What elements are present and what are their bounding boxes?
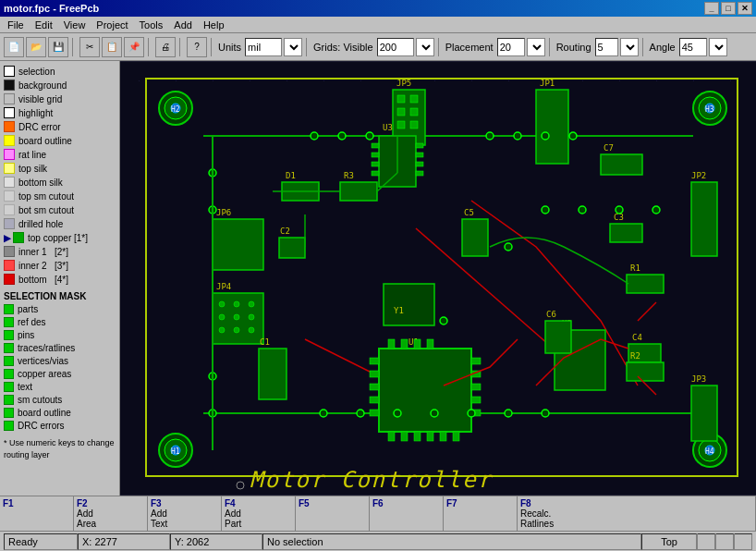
svg-rect-84 [401, 339, 408, 349]
fn-f6[interactable]: F6 [370, 496, 444, 531]
placement-select[interactable]: ▼ [527, 38, 545, 56]
sel-text[interactable]: text [4, 381, 116, 393]
layer-swatch-visible-grid [4, 93, 15, 104]
pcb-area[interactable]: H2 H3 H1 H4 JP5 [120, 61, 756, 496]
layer-visible-grid[interactable]: visible grid [4, 92, 116, 105]
svg-rect-7 [360, 80, 361, 81]
menu-file[interactable]: File [2, 18, 30, 31]
svg-rect-95 [471, 397, 481, 403]
fn-f8[interactable]: F8 Recalc.Ratlines [518, 496, 756, 531]
sel-parts[interactable]: parts [4, 303, 116, 315]
minimize-button[interactable]: _ [704, 2, 719, 15]
open-button[interactable]: 📂 [26, 37, 46, 57]
layer-top-silk[interactable]: top silk [4, 162, 116, 175]
svg-rect-87 [370, 358, 379, 364]
fn-f1-key: F1 [3, 498, 14, 508]
svg-point-128 [542, 132, 549, 140]
fn-f7[interactable]: F7 [444, 496, 518, 531]
fn-f2[interactable]: F2 AddArea [74, 496, 148, 531]
layer-drc-error[interactable]: DRC error [4, 120, 116, 133]
layer-selection[interactable]: selection [4, 65, 116, 78]
close-button[interactable]: ✕ [738, 2, 752, 15]
maximize-button[interactable]: □ [721, 2, 736, 15]
svg-text:H4: H4 [705, 447, 714, 456]
layer-board-outline[interactable]: board outline [4, 134, 116, 147]
routing-select[interactable]: ▼ [620, 38, 639, 56]
svg-rect-73 [416, 162, 423, 166]
angle-select[interactable]: ▼ [709, 38, 727, 56]
layer-bottom-silk[interactable]: bottom silk [4, 176, 116, 189]
layer-bot-sm-cutout[interactable]: bot sm cutout [4, 203, 116, 216]
menu-edit[interactable]: Edit [30, 18, 58, 31]
layer-drilled-hole[interactable]: drilled hole [4, 217, 116, 230]
svg-point-133 [579, 206, 586, 214]
grids-select[interactable]: ▼ [416, 38, 434, 56]
svg-text:JP6: JP6 [216, 208, 231, 217]
toolbar: 📄 📂 💾 ✂ 📋 📌 🖨 ? Units ▼ Grids: Visible ▼… [0, 33, 756, 61]
menu-project[interactable]: Project [91, 18, 133, 31]
sel-board-outline[interactable]: board outline [4, 407, 116, 419]
sel-copper-areas[interactable]: copper areas [4, 368, 116, 380]
sel-drc-errors[interactable]: DRC errors [4, 420, 116, 432]
svg-rect-121 [340, 182, 377, 201]
svg-text:JP5: JP5 [396, 79, 411, 88]
layer-swatch-bottom-silk [4, 177, 15, 188]
units-input[interactable] [245, 38, 282, 56]
layer-swatch-rat-line [4, 149, 15, 160]
layer-inner1[interactable]: inner 1 [2*] [4, 245, 116, 258]
new-button[interactable]: 📄 [4, 37, 24, 57]
svg-rect-92 [471, 358, 481, 364]
grids-input[interactable] [377, 38, 414, 56]
toolbar-sep-5 [306, 38, 310, 56]
help-button[interactable]: ? [187, 37, 207, 57]
svg-rect-109 [462, 219, 488, 256]
svg-rect-14 [619, 80, 620, 81]
layer-top-sm-cutout[interactable]: top sm cutout [4, 190, 116, 202]
svg-point-126 [486, 132, 494, 140]
svg-rect-71 [416, 143, 423, 148]
menu-view[interactable]: View [58, 18, 91, 31]
svg-point-134 [616, 206, 623, 214]
layer-rat-line[interactable]: rat line [4, 148, 116, 161]
sidebar: selection background visible grid highli… [0, 61, 120, 496]
units-select[interactable]: ▼ [284, 38, 302, 56]
layer-top-copper[interactable]: ▶ top copper [1*] [4, 231, 116, 244]
save-button[interactable]: 💾 [48, 37, 68, 57]
layer-highlight[interactable]: highlight [4, 106, 116, 119]
sel-swatch-ref-des [4, 317, 14, 327]
fn-f5[interactable]: F5 [296, 496, 370, 531]
menu-tools[interactable]: Tools [134, 18, 169, 31]
menu-add[interactable]: Add [168, 18, 198, 31]
copy-button[interactable]: 📋 [102, 37, 122, 57]
layer-label-board-outline: board outline [18, 136, 72, 146]
layer-label-top-copper: top copper [1*] [28, 233, 88, 243]
cut-button[interactable]: ✂ [79, 37, 100, 57]
layer-bottom[interactable]: bottom [4*] [4, 273, 116, 286]
fn-f3-key: F3 [151, 498, 162, 508]
fn-f1[interactable]: F1 [0, 496, 74, 531]
layer-inner2[interactable]: inner 2 [3*] [4, 259, 116, 272]
paste-button[interactable]: 📌 [124, 37, 144, 57]
sel-ref-des[interactable]: ref des [4, 316, 116, 328]
sel-pins[interactable]: pins [4, 329, 116, 341]
sel-vertices[interactable]: vertices/vias [4, 355, 116, 367]
fn-f3[interactable]: F3 AddText [148, 496, 222, 531]
layer-label-bottom-silk: bottom silk [18, 178, 63, 188]
svg-point-60 [219, 327, 225, 333]
pcb-canvas: H2 H3 H1 H4 JP5 [120, 61, 756, 496]
toolbar-sep-2 [148, 38, 152, 56]
svg-rect-68 [372, 153, 379, 157]
fn-f4[interactable]: F4 AddPart [222, 496, 296, 531]
svg-rect-117 [627, 275, 664, 293]
routing-input[interactable] [595, 38, 618, 56]
svg-rect-77 [388, 432, 395, 441]
angle-input[interactable] [679, 38, 707, 56]
layer-background[interactable]: background [4, 79, 116, 92]
menu-help[interactable]: Help [198, 18, 230, 31]
sel-swatch-sm-cutouts [4, 395, 14, 405]
sel-sm-cutouts[interactable]: sm cutouts [4, 394, 116, 406]
svg-text:C2: C2 [280, 227, 290, 236]
print-button[interactable]: 🖨 [155, 37, 176, 57]
placement-input[interactable] [497, 38, 525, 56]
sel-traces[interactable]: traces/ratlines [4, 342, 116, 354]
